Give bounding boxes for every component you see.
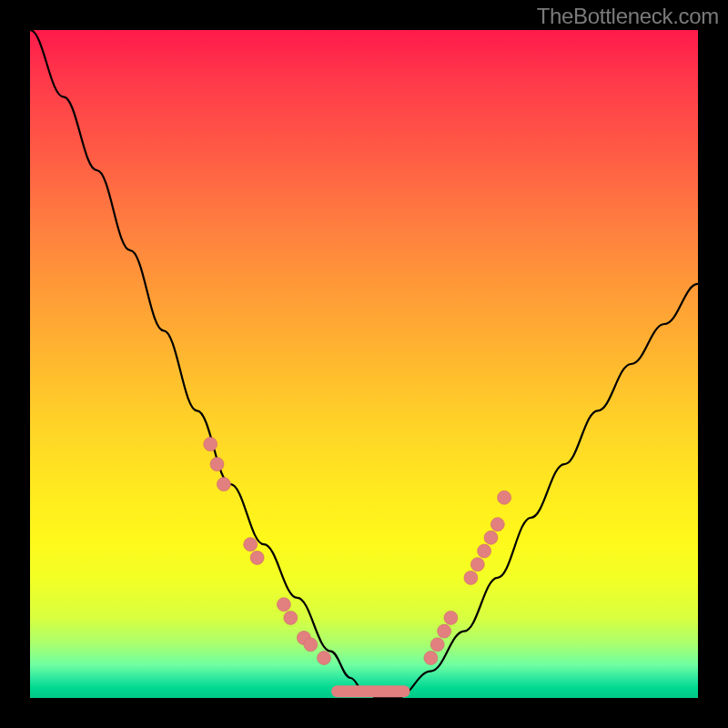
marker-dot xyxy=(250,551,264,564)
marker-dot xyxy=(304,638,318,652)
marker-dot xyxy=(438,624,451,638)
marker-dot xyxy=(430,638,444,652)
attribution-label: TheBottleneck.com xyxy=(537,4,719,29)
marker-dot xyxy=(204,438,217,451)
marker-dot xyxy=(318,652,331,665)
marker-dot xyxy=(284,611,298,624)
marker-dot xyxy=(484,531,498,544)
bottleneck-curve xyxy=(30,30,698,698)
marker-dot xyxy=(498,490,511,504)
markers-left xyxy=(204,438,331,665)
marker-dot xyxy=(210,458,224,471)
chart-frame: TheBottleneck.com xyxy=(0,0,728,728)
marker-dot xyxy=(244,538,258,551)
plot-area xyxy=(30,30,698,698)
marker-dot xyxy=(277,598,290,612)
marker-dot xyxy=(217,478,230,491)
chart-svg xyxy=(30,30,698,698)
marker-dot xyxy=(424,652,438,665)
marker-dot xyxy=(464,571,478,584)
marker-dot xyxy=(470,558,484,571)
marker-dot xyxy=(444,611,458,624)
marker-dot xyxy=(478,544,491,558)
marker-dot xyxy=(490,518,504,531)
